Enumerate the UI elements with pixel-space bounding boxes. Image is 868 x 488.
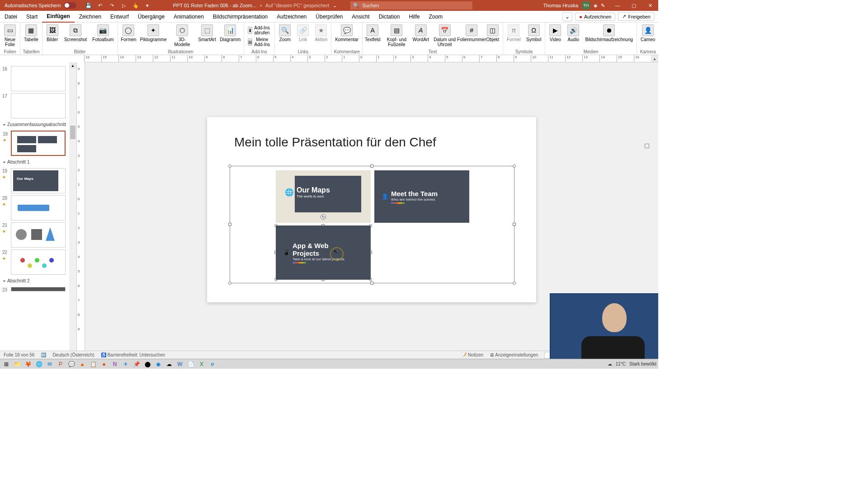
menu-tab-entwurf[interactable]: Entwurf <box>106 11 133 23</box>
menu-tab-zoom[interactable]: Zoom <box>424 11 447 23</box>
photoalbum-button[interactable]: 📷Fotoalbum <box>90 23 115 49</box>
menu-tab-ansicht[interactable]: Ansicht <box>347 11 374 23</box>
firefox-icon[interactable]: 🦊 <box>24 360 33 368</box>
app-icon-7[interactable]: 📄 <box>186 360 195 368</box>
scroll-up-icon[interactable]: ▲ <box>69 62 76 69</box>
app-icon-4[interactable]: 📌 <box>132 360 141 368</box>
outlook-icon[interactable]: ✉ <box>45 360 54 368</box>
minimize-button[interactable]: — <box>609 0 626 11</box>
menu-tab-übergänge[interactable]: Übergänge <box>133 11 169 23</box>
undo-icon[interactable]: ↶ <box>97 2 104 9</box>
link-button[interactable]: 🔗Link <box>295 23 311 49</box>
menu-tab-aufzeichnen[interactable]: Aufzeichnen <box>272 11 311 23</box>
onenote-icon[interactable]: N <box>110 360 119 368</box>
comment-button[interactable]: 💬Kommentar <box>333 23 360 49</box>
slidenumber-button[interactable]: #Foliennummer <box>461 23 483 49</box>
edge-icon[interactable]: e <box>208 360 217 368</box>
powerpoint-icon[interactable]: P <box>56 360 65 368</box>
symbol-button[interactable]: ΩSymbol <box>524 23 543 49</box>
wordart-button[interactable]: AWordArt <box>413 23 429 49</box>
rotate-handle[interactable]: ↻ <box>321 214 326 220</box>
equation-button[interactable]: πFormel <box>505 23 523 49</box>
scroll-up-arrow[interactable]: ▲ <box>651 55 658 62</box>
vlc-icon[interactable]: ▲ <box>78 360 87 368</box>
zoom-button[interactable]: 🔍Zoom <box>277 23 293 49</box>
explorer-icon[interactable]: 📁 <box>13 360 22 368</box>
section-header[interactable]: Abschnitt 1 <box>0 158 69 166</box>
menu-tab-überprüfen[interactable]: Überprüfen <box>311 11 347 23</box>
language-status[interactable]: Deutsch (Österreich) <box>52 352 94 357</box>
slide[interactable]: Mein tolle Präsentation für den Chef 🌐 O… <box>207 117 536 302</box>
shapes-button[interactable]: ◯Formen <box>120 23 138 49</box>
menu-tab-bildschirmpräsentation[interactable]: Bildschirmpräsentation <box>208 11 272 23</box>
start-icon[interactable]: ▷ <box>121 2 127 9</box>
save-icon[interactable]: 💾 <box>85 2 92 9</box>
record-button[interactable]: ●Aufzeichnen <box>575 13 615 21</box>
redo-icon[interactable]: ↷ <box>109 2 115 9</box>
slide-counter[interactable]: Folie 18 von 56 <box>4 352 34 357</box>
ribbon-collapse[interactable]: ⌄ <box>562 12 572 21</box>
textbox-button[interactable]: ATextfeld <box>364 23 381 49</box>
autosave-toggle[interactable]: Automatisches Speichern <box>0 2 81 9</box>
scroll-thumb[interactable] <box>70 126 75 139</box>
outer-selection-frame[interactable] <box>230 166 514 283</box>
section-header[interactable]: Abschnitt 2 <box>0 277 69 285</box>
card-app-web[interactable]: 📱 App & Web Projects Take a look at our … <box>276 225 371 280</box>
pictures-button[interactable]: 🖼Bilder <box>44 23 61 49</box>
word-icon[interactable]: W <box>175 360 184 368</box>
card-meet-team[interactable]: 👤 Meet the Team Who are behind the scene… <box>374 170 469 223</box>
share-button[interactable]: ↗Freigeben <box>618 12 655 21</box>
app-icon-2[interactable]: 📋 <box>89 360 98 368</box>
slide-thumbnail-18[interactable]: 18★ <box>11 131 66 156</box>
audio-button[interactable]: 🔊Audio <box>565 23 581 49</box>
toggle-switch[interactable] <box>64 2 76 9</box>
my-addins-button[interactable]: ⊞Meine Add-Ins <box>246 37 273 47</box>
start-button[interactable]: ⊞ <box>2 360 11 368</box>
section-marker[interactable] <box>645 144 649 148</box>
qat-dropdown-icon[interactable]: ▾ <box>144 2 151 9</box>
slide-thumbnail-19[interactable]: 19★Our Maps <box>11 168 66 193</box>
action-button[interactable]: ★Aktion <box>313 23 329 49</box>
telegram-icon[interactable]: ✈ <box>121 360 130 368</box>
thumbnail-scrollbar[interactable]: ▲ ▼ <box>69 62 76 357</box>
close-button[interactable]: ✕ <box>642 0 658 11</box>
menu-tab-einfügen[interactable]: Einfügen <box>42 11 74 23</box>
section-header[interactable]: Zusammenfassungsabschnitt <box>0 120 69 129</box>
slide-thumbnail-16[interactable]: 16 <box>11 66 66 91</box>
slide-thumbnail-23[interactable]: 23 <box>11 287 66 291</box>
diamond-icon[interactable]: ◈ <box>594 3 597 9</box>
chevron-down-icon[interactable]: ⌄ <box>333 3 337 9</box>
display-settings-button[interactable]: 🖥 Anzeigeeinstellungen <box>490 352 538 357</box>
slide-thumbnail-17[interactable]: 17 <box>11 93 66 118</box>
slide-thumbnail-20[interactable]: 20★ <box>11 195 66 221</box>
pen-icon[interactable]: ✎ <box>601 3 605 9</box>
app-icon-1[interactable]: 💬 <box>67 360 76 368</box>
slide-title[interactable]: Mein tolle Präsentation für den Chef <box>234 135 436 150</box>
menu-tab-hilfe[interactable]: Hilfe <box>404 11 424 23</box>
header-footer-button[interactable]: ▤Kopf- und Fußzeile <box>382 23 411 49</box>
slide-thumbnail-21[interactable]: 21★ <box>11 222 66 248</box>
obs-icon[interactable]: ⬤ <box>143 360 152 368</box>
search-input[interactable] <box>362 3 470 8</box>
cameo-button[interactable]: 👤Cameo <box>639 23 657 49</box>
new-slide-button[interactable]: ▭Neue Folie <box>2 23 18 49</box>
menu-tab-start[interactable]: Start <box>22 11 42 23</box>
3d-models-button[interactable]: ⬡3D- Modelle <box>169 23 195 49</box>
excel-icon[interactable]: X <box>197 360 206 368</box>
datetime-button[interactable]: 📅Datum und Uhrzeit <box>431 23 459 49</box>
search-box[interactable]: 🔍 <box>350 1 472 9</box>
accessibility-status[interactable]: ♿ Barrierefreiheit: Untersuchen <box>101 352 165 357</box>
document-name[interactable]: PPT 01 Roter Faden 006 - ab Zoom... • Au… <box>173 3 337 9</box>
get-addins-button[interactable]: ⬇Add-Ins abrufen <box>246 25 273 36</box>
chart-button[interactable]: 📊Diagramm <box>219 23 241 49</box>
app-icon-3[interactable]: ● <box>99 360 108 368</box>
smartart-button[interactable]: ⬚SmartArt <box>197 23 217 49</box>
spellcheck-icon[interactable]: 🔤 <box>41 352 46 357</box>
user-account[interactable]: Thomas Hruska TH ◈ ✎ <box>538 1 609 9</box>
menu-tab-animationen[interactable]: Animationen <box>169 11 208 23</box>
touch-icon[interactable]: 👆 <box>132 2 139 9</box>
icons-button[interactable]: ✦Piktogramme <box>139 23 167 49</box>
app-icon-5[interactable]: ◉ <box>154 360 163 368</box>
app-icon-6[interactable]: ☁ <box>165 360 174 368</box>
chrome-icon[interactable]: 🌐 <box>34 360 43 368</box>
